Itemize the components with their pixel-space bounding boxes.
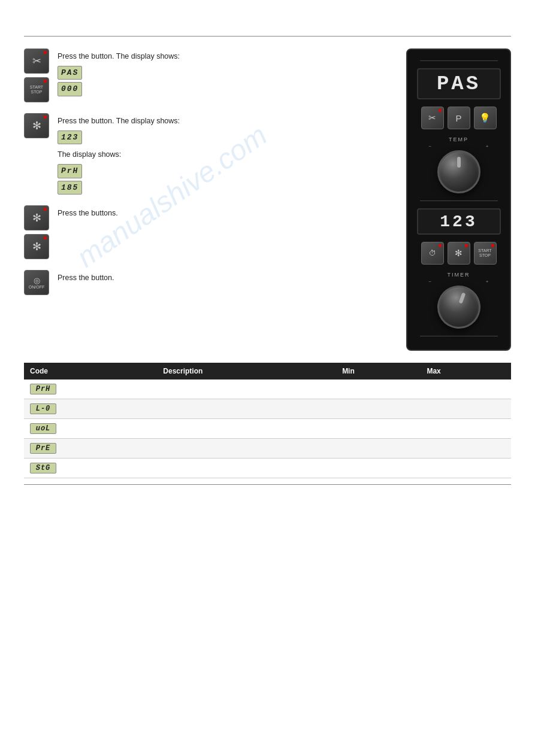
badge-stg: StG: [30, 463, 56, 473]
step-4-text: Press the button.: [58, 270, 394, 284]
p-icon: P: [455, 113, 461, 123]
cell-min-lo: [336, 399, 421, 419]
temp-range-label: − +: [429, 144, 489, 149]
instructions-column: ✂ STARTSTOP Press the button. The displa…: [24, 48, 394, 351]
col-max: Max: [421, 363, 511, 379]
fan-icon: ✻: [455, 248, 463, 259]
control-panel: PAS ✂ P 💡 TEMP − +: [406, 48, 511, 351]
panel-mid-divider: [420, 201, 498, 201]
bulb-icon: 💡: [479, 113, 491, 123]
badge-lo: L-0: [30, 403, 56, 414]
temp-knob[interactable]: [437, 150, 480, 193]
fan-button-icon[interactable]: ✻: [24, 113, 49, 138]
cell-desc-prh: [157, 379, 336, 399]
fan-icon: ✻: [32, 240, 41, 253]
top-rule: [24, 36, 511, 37]
temp-min-label: −: [429, 144, 432, 149]
step-1: ✂ STARTSTOP Press the button. The displa…: [24, 48, 394, 102]
table-row: PrH: [24, 379, 511, 399]
panel-fan-button[interactable]: ✻: [448, 242, 470, 265]
badge-uol: uoL: [30, 423, 56, 434]
timer-knob-container: TIMER − +: [416, 272, 501, 329]
temp-label: TEMP: [449, 136, 468, 142]
panel-startstop-button[interactable]: STARTSTOP: [474, 242, 497, 265]
red-dot: [44, 51, 47, 54]
cell-code-stg: StG: [24, 459, 157, 478]
table-row: StG: [24, 459, 511, 478]
cell-code-lo: L-0: [24, 399, 157, 419]
cell-max-uol: [421, 419, 511, 439]
cell-desc-stg: [157, 459, 336, 478]
panel-scissors-button[interactable]: ✂: [421, 107, 444, 129]
cell-desc-uol: [157, 419, 336, 439]
timer-label: TIMER: [448, 272, 470, 278]
display-000: 000: [58, 82, 82, 96]
display-185: 185: [58, 181, 82, 195]
table-row: uoL: [24, 419, 511, 439]
panel-p-button[interactable]: P: [448, 107, 470, 129]
step-2: ✻ Press the button. The display shows: 1…: [24, 113, 394, 195]
cell-max-prh: [421, 379, 511, 399]
panel-bottom-divider: [420, 336, 498, 336]
onoff-button-icon[interactable]: ◎ ON/OFF: [24, 270, 49, 295]
cell-max-pre: [421, 439, 511, 459]
fan-button-icon-b[interactable]: ✻: [24, 234, 49, 259]
main-content: ✂ STARTSTOP Press the button. The displa…: [0, 48, 535, 351]
cell-code-uol: uoL: [24, 419, 157, 439]
panel-light-button[interactable]: 💡: [474, 107, 497, 129]
display-prh: PrH: [58, 164, 82, 178]
cell-max-stg: [421, 459, 511, 478]
display-123: 123: [58, 130, 82, 145]
temp-knob-container: TEMP − +: [416, 136, 501, 193]
display-pas: PAS: [58, 66, 82, 80]
red-dot: [44, 208, 47, 211]
panel-button-row-2: ⏱ ✻ STARTSTOP: [416, 242, 501, 265]
badge-prh: PrH: [30, 384, 56, 394]
red-dot: [44, 116, 47, 119]
fan-icon: ✻: [32, 211, 41, 224]
bottom-rule: [24, 484, 511, 485]
device-panel: PAS ✂ P 💡 TEMP − +: [406, 48, 511, 351]
start-stop-button-icon[interactable]: STARTSTOP: [24, 77, 49, 102]
red-dot: [44, 236, 47, 239]
step-3-text: Press the buttons.: [58, 205, 394, 219]
start-stop-label: STARTSTOP: [478, 248, 491, 257]
red-dot: [439, 244, 442, 247]
fan-button-icon-a[interactable]: ✻: [24, 205, 49, 230]
panel-timer-button[interactable]: ⏱: [421, 242, 444, 265]
step-2-text: Press the button. The display shows: 123…: [58, 113, 394, 195]
cell-min-uol: [336, 419, 421, 439]
red-dot: [491, 244, 494, 247]
panel-display-123: 123: [417, 208, 501, 235]
stop-button-icon[interactable]: ✂: [24, 48, 49, 74]
cell-code-prh: PrH: [24, 379, 157, 399]
panel-top-divider: [420, 60, 498, 61]
params-table: Code Description Min Max PrH L-0 uoL PrE: [24, 363, 511, 478]
timer-min-label: −: [429, 279, 432, 284]
cell-min-stg: [336, 459, 421, 478]
cell-min-prh: [336, 379, 421, 399]
badge-pre: PrE: [30, 443, 56, 454]
timer-icon: ⏱: [429, 249, 436, 257]
col-min: Min: [336, 363, 421, 379]
cell-min-pre: [336, 439, 421, 459]
scissors-icon: ✂: [32, 54, 41, 68]
cell-code-pre: PrE: [24, 439, 157, 459]
table-row: PrE: [24, 439, 511, 459]
table-body: PrH L-0 uoL PrE StG: [24, 379, 511, 478]
start-stop-label: STARTSTOP: [30, 85, 43, 94]
scissors-icon: ✂: [428, 113, 436, 123]
table-header: Code Description Min Max: [24, 363, 511, 379]
cell-desc-pre: [157, 439, 336, 459]
onoff-label: ON/OFF: [29, 285, 44, 290]
power-icon: ◎: [34, 276, 40, 285]
timer-max-label: +: [486, 279, 489, 284]
timer-knob[interactable]: [431, 280, 486, 335]
panel-display-pas: PAS: [417, 68, 501, 99]
timer-range-label: − +: [429, 279, 489, 284]
red-dot: [44, 80, 47, 83]
cell-max-lo: [421, 399, 511, 419]
temp-max-label: +: [486, 144, 489, 149]
table-row: L-0: [24, 399, 511, 419]
fan-icon: ✻: [32, 119, 41, 132]
